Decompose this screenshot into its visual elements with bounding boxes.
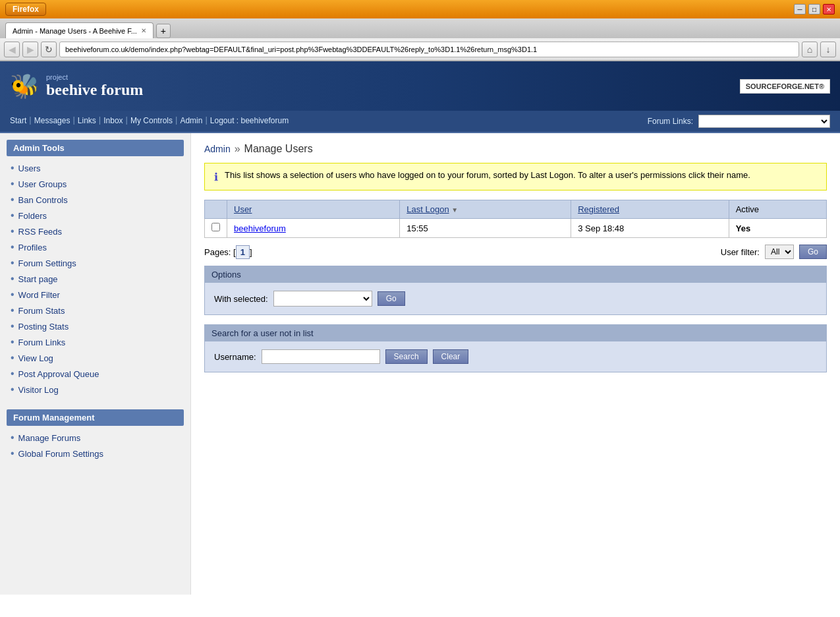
- username-label: Username:: [214, 352, 256, 362]
- nav-right-buttons: ⌂ ↓: [802, 42, 836, 57]
- sidebar-item-post-approval-queue[interactable]: Post Approval Queue: [7, 366, 184, 382]
- main-layout: Admin Tools Users User Groups Ban Contro…: [0, 133, 840, 595]
- search-button[interactable]: Search: [385, 349, 428, 364]
- forum-management-title: Forum Management: [7, 409, 184, 426]
- window-controls: ─ □ ✕: [794, 4, 835, 15]
- options-panel-row: With selected: Go: [214, 291, 817, 307]
- nav-messages[interactable]: Messages: [34, 115, 70, 128]
- logo-name-text: beehive forum: [46, 81, 143, 99]
- sort-arrow-icon: ▼: [451, 206, 458, 214]
- sidebar-item-start-page[interactable]: Start page: [7, 271, 184, 287]
- browser-chrome: Firefox ─ □ ✕ Admin - Manage Users - A B…: [0, 0, 840, 61]
- sidebar-item-global-forum-settings[interactable]: Global Forum Settings: [7, 446, 184, 461]
- table-row: beehiveforum 15:55 3 Sep 18:48 Yes: [205, 219, 827, 238]
- new-tab-button[interactable]: +: [156, 24, 171, 38]
- table-header-active: Active: [729, 200, 826, 219]
- forward-button[interactable]: ▶: [22, 42, 38, 57]
- options-panel-header: Options: [205, 266, 826, 283]
- info-text: This list shows a selection of users who…: [225, 170, 750, 180]
- firefox-menu-button[interactable]: Firefox: [5, 3, 46, 16]
- search-row: Username: Search Clear: [214, 349, 817, 364]
- bee-logo-icon: 🐝: [10, 73, 40, 100]
- search-input[interactable]: [262, 349, 380, 364]
- nav-sep-3: |: [99, 115, 101, 128]
- sidebar-item-rss-feeds[interactable]: RSS Feeds: [7, 223, 184, 239]
- search-panel-body: Username: Search Clear: [205, 341, 826, 372]
- nav-sep-6: |: [205, 115, 207, 128]
- minimize-button[interactable]: ─: [794, 4, 806, 15]
- sidebar-item-folders[interactable]: Folders: [7, 208, 184, 223]
- sidebar-item-users[interactable]: Users: [7, 160, 184, 176]
- table-header-checkbox: [205, 200, 227, 219]
- user-table: User Last Logon ▼ Registered Active beeh…: [204, 200, 827, 238]
- close-button[interactable]: ✕: [823, 4, 835, 15]
- sidebar-divider: [7, 404, 184, 409]
- sidebar-item-forum-settings[interactable]: Forum Settings: [7, 255, 184, 271]
- clear-button[interactable]: Clear: [433, 349, 469, 364]
- pagination-left: Pages: [1]: [204, 247, 252, 257]
- breadcrumb: Admin » Manage Users: [204, 143, 827, 155]
- options-panel: Options With selected: Go: [204, 266, 827, 315]
- nav-links[interactable]: Links: [78, 115, 96, 128]
- url-bar[interactable]: [59, 42, 799, 57]
- sidebar-item-user-groups[interactable]: User Groups: [7, 176, 184, 192]
- table-cell-checkbox: [205, 219, 227, 238]
- site-header: 🐝 project beehive forum SOURCEFORGE.NET®: [0, 61, 840, 111]
- table-cell-last-logon: 15:55: [400, 219, 571, 238]
- admin-tools-title: Admin Tools: [7, 140, 184, 156]
- sidebar-item-word-filter[interactable]: Word Filter: [7, 287, 184, 303]
- download-button[interactable]: ↓: [820, 42, 836, 57]
- nav-my-controls[interactable]: My Controls: [130, 115, 173, 128]
- sidebar-admin-tools-section: Admin Tools Users User Groups Ban Contro…: [7, 140, 184, 397]
- refresh-button[interactable]: ↻: [41, 42, 57, 57]
- forum-links-select[interactable]: [698, 115, 830, 128]
- page-1-link[interactable]: 1: [236, 245, 250, 259]
- sidebar-item-ban-controls[interactable]: Ban Controls: [7, 192, 184, 208]
- last-logon-sort-link[interactable]: Last Logon: [406, 204, 449, 214]
- forum-links-label: Forum Links:: [648, 117, 693, 126]
- row-checkbox[interactable]: [211, 223, 220, 231]
- site-nav: Start | Messages | Links | Inbox | My Co…: [0, 111, 840, 133]
- with-selected-label: With selected:: [214, 294, 268, 304]
- nav-sep-4: |: [126, 115, 128, 128]
- tab-close-icon[interactable]: ✕: [141, 27, 146, 34]
- sidebar-item-manage-forums[interactable]: Manage Forums: [7, 430, 184, 446]
- options-go-button[interactable]: Go: [378, 291, 405, 306]
- sidebar-item-forum-stats[interactable]: Forum Stats: [7, 303, 184, 318]
- sidebar-item-visitor-log[interactable]: Visitor Log: [7, 382, 184, 397]
- active-tab[interactable]: Admin - Manage Users - A Beehive F... ✕: [5, 22, 154, 38]
- title-bar: Firefox ─ □ ✕: [0, 0, 840, 18]
- search-panel: Search for a user not in list Username: …: [204, 324, 827, 372]
- user-sort-link[interactable]: User: [234, 204, 252, 214]
- nav-start[interactable]: Start: [10, 115, 26, 128]
- breadcrumb-admin-link[interactable]: Admin: [204, 144, 231, 154]
- registered-sort-link[interactable]: Registered: [578, 204, 619, 214]
- tab-bar: Admin - Manage Users - A Beehive F... ✕ …: [0, 18, 840, 38]
- content-area: Admin » Manage Users ℹ This list shows a…: [191, 133, 840, 595]
- info-icon: ℹ: [214, 171, 218, 183]
- logo-text: project beehive forum: [46, 73, 143, 99]
- sidebar-item-view-log[interactable]: View Log: [7, 350, 184, 366]
- info-box: ℹ This list shows a selection of users w…: [204, 163, 827, 191]
- nav-logout[interactable]: Logout : beehiveforum: [210, 115, 289, 128]
- sourceforge-button[interactable]: SOURCEFORGE.NET®: [740, 79, 830, 94]
- pages-label: Pages:: [204, 247, 231, 257]
- sidebar-item-profiles[interactable]: Profiles: [7, 239, 184, 255]
- back-button[interactable]: ◀: [4, 42, 20, 57]
- options-panel-body: With selected: Go: [205, 283, 826, 314]
- home-button[interactable]: ⌂: [802, 42, 818, 57]
- user-filter-select[interactable]: All: [765, 245, 794, 259]
- pagination-go-button[interactable]: Go: [799, 245, 827, 259]
- maximize-button[interactable]: □: [808, 4, 820, 15]
- sidebar-item-posting-stats[interactable]: Posting Stats: [7, 318, 184, 334]
- nav-admin[interactable]: Admin: [180, 115, 202, 128]
- sidebar-item-forum-links[interactable]: Forum Links: [7, 334, 184, 350]
- nav-sep-2: |: [72, 115, 74, 128]
- sidebar-forum-management-section: Forum Management Manage Forums Global Fo…: [7, 409, 184, 461]
- tab-title: Admin - Manage Users - A Beehive F...: [13, 27, 137, 35]
- nav-sep-5: |: [175, 115, 177, 128]
- with-selected-select[interactable]: [273, 291, 372, 307]
- breadcrumb-separator: »: [235, 143, 240, 155]
- user-link[interactable]: beehiveforum: [234, 223, 286, 233]
- nav-inbox[interactable]: Inbox: [103, 115, 123, 128]
